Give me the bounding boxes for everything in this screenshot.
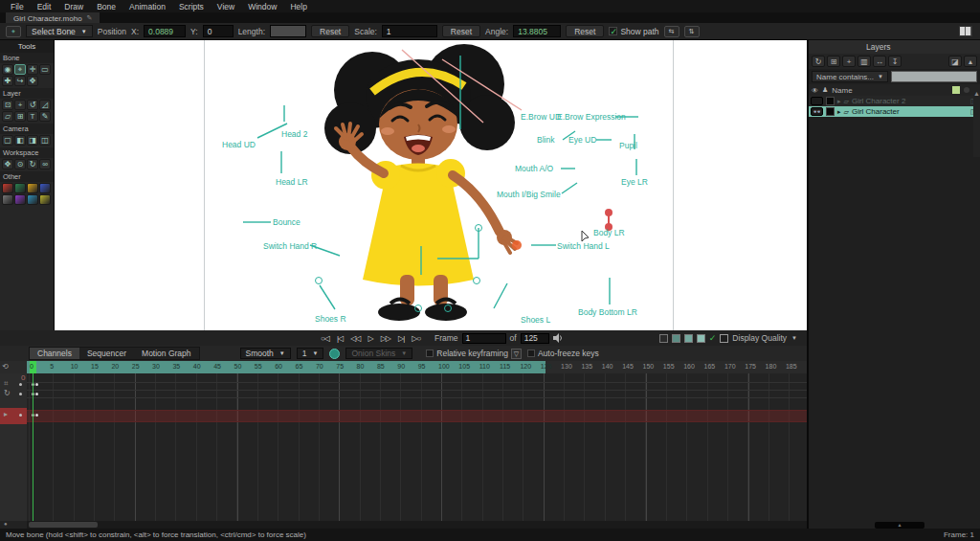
- other-tool-icon[interactable]: [14, 194, 26, 205]
- layer-visibility-icon[interactable]: 👓: [811, 107, 823, 116]
- jump-to-start-button[interactable]: ○◁: [319, 334, 331, 343]
- bone-label-body-lr[interactable]: Body LR: [593, 228, 625, 237]
- other-tool-icon[interactable]: [14, 183, 26, 193]
- menu-draw[interactable]: Draw: [57, 2, 90, 11]
- reset-scale-button[interactable]: Reset: [442, 25, 480, 37]
- bone-label-head-lr[interactable]: Head LR: [276, 177, 308, 187]
- other-tool-icon[interactable]: [39, 183, 51, 193]
- refresh-layers-icon[interactable]: ↻: [812, 56, 825, 67]
- document-tab[interactable]: Girl Character.moho ✎: [6, 12, 100, 23]
- bone-tool-icon[interactable]: ✚: [2, 76, 13, 86]
- keyframe-dot[interactable]: [35, 383, 38, 386]
- speaker-icon[interactable]: [553, 333, 564, 343]
- position-x-field[interactable]: 0.0889: [144, 25, 186, 37]
- move-layer-icon[interactable]: ↔: [873, 56, 886, 67]
- layer-search-input[interactable]: [891, 71, 977, 82]
- bone-label-e-brow-ud[interactable]: E.Brow UD: [521, 112, 561, 122]
- other-tool-icon[interactable]: [2, 183, 13, 193]
- layer-color-swatch[interactable]: [826, 97, 835, 105]
- bone-label-mouth-a-o[interactable]: Mouth A/O: [515, 164, 553, 173]
- layer-tool-icon[interactable]: +: [14, 100, 26, 110]
- angle-field[interactable]: 13.8805: [513, 25, 561, 37]
- layer-name[interactable]: Girl Character 2: [852, 97, 905, 105]
- bone-label-eye-ud[interactable]: Eye UD: [568, 135, 596, 145]
- camera-tool-icon[interactable]: ◨: [27, 135, 38, 146]
- selected-bone-joint[interactable]: [605, 209, 612, 216]
- expand-arrow-icon[interactable]: ▸: [837, 98, 841, 105]
- bone-label-eye-lr[interactable]: Eye LR: [621, 177, 648, 187]
- selected-bone-channel-icon[interactable]: ▸: [4, 410, 8, 418]
- total-frames-field[interactable]: 125: [521, 333, 549, 344]
- camera-tool-icon[interactable]: ▢: [2, 135, 13, 146]
- bone-rig-overlay[interactable]: [55, 40, 807, 330]
- interpolation-dropdown[interactable]: Smooth ▼: [240, 348, 291, 359]
- other-tool-icon[interactable]: [2, 194, 13, 205]
- timeline-tab-sequencer[interactable]: Sequencer: [79, 348, 134, 359]
- position-y-field[interactable]: 0: [203, 25, 234, 37]
- jump-to-end-button[interactable]: ▷○: [410, 334, 422, 343]
- download-layer-icon[interactable]: ↧: [888, 56, 902, 67]
- selected-channel-row[interactable]: [27, 410, 807, 422]
- reset-position-button[interactable]: Reset: [311, 25, 349, 37]
- workspace-layout-icon[interactable]: [959, 26, 972, 36]
- menu-bone[interactable]: Bone: [90, 2, 122, 11]
- bone-handle[interactable]: [445, 305, 452, 312]
- bone-label-shoes-r[interactable]: Shoes R: [315, 314, 346, 324]
- bone-tool-icon[interactable]: ✥: [27, 76, 38, 86]
- bone-rotation-channel-icon[interactable]: ↻: [4, 389, 11, 397]
- bone-line[interactable]: [562, 183, 577, 193]
- playhead[interactable]: [33, 373, 33, 521]
- bone-label-bounce[interactable]: Bounce: [273, 217, 301, 227]
- camera-tool-icon[interactable]: ◫: [39, 135, 51, 146]
- layer-tool-icon[interactable]: ⊡: [2, 100, 13, 110]
- menu-edit[interactable]: Edit: [31, 2, 58, 11]
- layer-tool-icon[interactable]: T: [27, 111, 38, 122]
- interp-count-dropdown[interactable]: 1 ▼: [297, 348, 324, 359]
- loop-icon[interactable]: ⟲: [2, 362, 9, 371]
- reset-angle-button[interactable]: Reset: [566, 25, 604, 37]
- display-mode-flat-icon[interactable]: [672, 334, 680, 343]
- flip-bone-h-icon[interactable]: ⇆: [664, 26, 679, 37]
- flip-bone-v-icon[interactable]: ⇅: [684, 26, 700, 37]
- bone-line[interactable]: [442, 59, 522, 110]
- bone-line[interactable]: [494, 283, 507, 308]
- bone-label-mouth-i-big-smile[interactable]: Mouth I/Big Smile: [497, 190, 561, 199]
- bone-tool-icon[interactable]: ⌖: [14, 64, 26, 75]
- delete-layer-icon[interactable]: ▥: [858, 56, 871, 67]
- layer-tool-icon[interactable]: ✎: [39, 111, 51, 122]
- menu-animation[interactable]: Animation: [122, 2, 172, 11]
- menu-window[interactable]: Window: [241, 2, 283, 11]
- layers-scrollbar[interactable]: ▲: [973, 90, 980, 157]
- bone-label-switch-hand-l[interactable]: Switch Hand L: [557, 241, 610, 251]
- canvas[interactable]: Head UDHead 2Head LRBounceSwitch Hand RS…: [55, 40, 807, 330]
- expand-arrow-icon[interactable]: ▸: [837, 108, 841, 116]
- bone-tool-icon[interactable]: ↪: [14, 76, 26, 86]
- display-mode-wireframe-icon[interactable]: [659, 334, 668, 343]
- timeline-tracks[interactable]: [27, 373, 807, 521]
- layer-color-swatch[interactable]: [826, 107, 835, 116]
- menu-scripts[interactable]: Scripts: [172, 2, 211, 11]
- bone-handle[interactable]: [415, 305, 422, 312]
- new-layer-icon[interactable]: ⊞: [827, 56, 840, 67]
- bone-label-body-bottom-lr[interactable]: Body Bottom LR: [578, 307, 637, 317]
- menu-help[interactable]: Help: [283, 2, 313, 11]
- play-button[interactable]: ▷: [367, 334, 375, 343]
- step-forward-button[interactable]: ▷▷: [379, 334, 392, 343]
- camera-tool-icon[interactable]: ◧: [14, 135, 26, 146]
- layer-tool-icon[interactable]: ◿: [39, 100, 51, 110]
- prev-keyframe-button[interactable]: |◁: [335, 334, 345, 343]
- other-tool-icon[interactable]: [27, 194, 38, 205]
- menu-view[interactable]: View: [211, 2, 241, 11]
- workspace-tool-icon[interactable]: ∞: [39, 159, 51, 169]
- bone-label-shoes-l[interactable]: Shoes L: [521, 315, 550, 325]
- auto-freeze-checkbox[interactable]: Auto-freeze keys: [527, 349, 599, 358]
- display-frame-icon[interactable]: [720, 334, 728, 343]
- display-mode-full-icon[interactable]: [697, 334, 705, 343]
- resize-handle[interactable]: ▴: [875, 522, 924, 529]
- other-tool-icon[interactable]: [39, 194, 51, 205]
- other-tool-icon[interactable]: [27, 183, 38, 193]
- bone-label-e-brow-expression[interactable]: E.Brow Expression: [557, 112, 626, 122]
- layer-settings-icon[interactable]: ◪: [948, 56, 962, 67]
- name-contains-dropdown[interactable]: Name contains... ▼: [812, 71, 888, 82]
- workspace-tool-icon[interactable]: ✥: [2, 159, 13, 169]
